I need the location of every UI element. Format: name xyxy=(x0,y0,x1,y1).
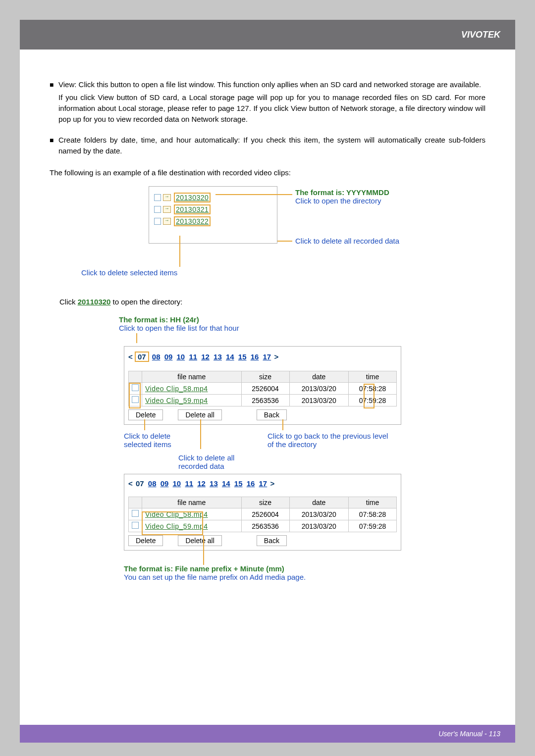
table-row: Video Clip_59.mp4 2563536 2013/03/20 07:… xyxy=(129,395,397,406)
delete-button[interactable]: Delete xyxy=(128,535,163,546)
callout-green: The format is: HH (24r) xyxy=(119,315,199,324)
txt: to open the directory: xyxy=(113,298,183,306)
callout-filename: The format is: File name prefix + Minute… xyxy=(124,564,485,581)
file-buttons: Delete Delete all Back xyxy=(128,409,397,420)
back-button[interactable]: Back xyxy=(257,409,287,420)
nav-right[interactable]: > xyxy=(270,479,274,488)
th-time: time xyxy=(348,371,396,383)
hour-nav: < 07 08 09 10 11 12 13 14 15 16 17 > xyxy=(128,352,397,362)
connector xyxy=(136,333,137,343)
hour-current: 07 xyxy=(136,479,144,488)
callout-green: The format is: File name prefix + Minute… xyxy=(124,564,284,573)
hour-link[interactable]: 14 xyxy=(222,479,230,488)
callout-blue: You can set up the file name prefix on A… xyxy=(124,573,306,581)
file-time: 07:59:28 xyxy=(348,520,396,532)
th-date: date xyxy=(289,371,348,383)
checkbox[interactable] xyxy=(132,384,139,391)
nav-left[interactable]: < xyxy=(128,353,133,361)
example-intro: The following is an example of a file de… xyxy=(50,167,485,178)
bullet-view-details: If you click View button of SD card, a L… xyxy=(58,92,485,125)
hour-link[interactable]: 09 xyxy=(160,479,169,488)
hour-link[interactable]: 12 xyxy=(197,479,206,488)
th-check xyxy=(129,497,142,508)
hour-link[interactable]: 11 xyxy=(185,479,193,488)
folder-row: 20130321 xyxy=(154,204,272,214)
th-check xyxy=(129,371,142,383)
table-row: Video Clip_58.mp4 2526004 2013/03/20 07:… xyxy=(129,508,397,520)
th-size: size xyxy=(241,371,289,383)
hour-link[interactable]: 16 xyxy=(247,479,255,488)
file-time: 07:58:28 xyxy=(348,508,396,520)
date-link[interactable]: 20110320 xyxy=(78,298,111,306)
checkbox[interactable] xyxy=(154,218,161,225)
hour-link[interactable]: 09 xyxy=(164,353,173,361)
file-date: 2013/03/20 xyxy=(289,395,348,406)
hour-link[interactable]: 15 xyxy=(238,353,247,361)
hour-link[interactable]: 10 xyxy=(173,479,181,488)
delete-all-button[interactable]: Delete all xyxy=(178,409,221,420)
checkbox[interactable] xyxy=(132,522,139,529)
bullet-icon: ■ xyxy=(50,135,58,156)
hour-link[interactable]: 11 xyxy=(189,353,197,361)
hour-link[interactable]: 13 xyxy=(210,479,218,488)
nav-left[interactable]: < xyxy=(128,479,133,488)
folder-icon xyxy=(163,194,171,201)
delete-button[interactable]: Delete xyxy=(128,409,163,420)
folder-example: 20130320 20130321 20130322 The format is… xyxy=(149,186,485,265)
file-size: 2526004 xyxy=(241,383,289,395)
hour-link[interactable]: 17 xyxy=(259,479,268,488)
th-date: date xyxy=(289,497,348,508)
file-panel-wrap2: < 07 08 09 10 11 12 13 14 15 16 17 > xyxy=(124,474,485,551)
callout-green: The format is: YYYYMMDD xyxy=(295,188,389,197)
checkbox[interactable] xyxy=(154,194,161,201)
callout-delete-all: Click to delete all recorded data xyxy=(178,454,258,470)
callout-row: Click to delete selected items Click to … xyxy=(124,427,485,474)
folder-link[interactable]: 20130320 xyxy=(174,193,211,202)
th-time: time xyxy=(348,497,396,508)
file-time: 07:59:28 xyxy=(348,395,396,406)
th-fname: file name xyxy=(142,371,242,383)
checkbox[interactable] xyxy=(132,396,139,403)
hour-link[interactable]: 15 xyxy=(234,479,243,488)
file-buttons: Delete Delete all Back xyxy=(128,535,397,546)
file-panel: < 07 08 09 10 11 12 13 14 15 16 17 > xyxy=(124,346,401,425)
manual-page: VIVOTEK ■ View: Click this button to ope… xyxy=(20,20,515,743)
nav-right[interactable]: > xyxy=(274,353,278,361)
hour-link[interactable]: 10 xyxy=(177,353,185,361)
callout-hh: The format is: HH (24r) Click to open th… xyxy=(119,315,485,332)
folder-link[interactable]: 20130321 xyxy=(174,204,211,214)
hour-link[interactable]: 13 xyxy=(214,353,222,361)
folder-link[interactable]: 20130322 xyxy=(174,216,211,226)
brand: VIVOTEK xyxy=(461,30,500,40)
delete-all-button[interactable]: Delete all xyxy=(178,535,221,546)
hour-link[interactable]: 12 xyxy=(201,353,210,361)
file-link[interactable]: Video Clip_59.mp4 xyxy=(142,520,242,532)
th-size: size xyxy=(241,497,289,508)
bullet-view: ■ View: Click this button to open a file… xyxy=(50,79,485,90)
file-size: 2563536 xyxy=(241,395,289,406)
footer-text: User's Manual - 113 xyxy=(438,730,500,738)
callout-delete-sel: Click to delete selected items xyxy=(81,268,485,277)
file-link[interactable]: Video Clip_59.mp4 xyxy=(142,395,242,406)
checkbox[interactable] xyxy=(132,510,139,517)
hour-link[interactable]: 16 xyxy=(251,353,259,361)
folder-icon xyxy=(163,218,171,225)
back-button[interactable]: Back xyxy=(257,535,287,546)
file-link[interactable]: Video Clip_58.mp4 xyxy=(142,383,242,395)
hour-link[interactable]: 17 xyxy=(263,353,271,361)
content: ■ View: Click this button to open a file… xyxy=(20,50,515,591)
file-link[interactable]: Video Clip_58.mp4 xyxy=(142,508,242,520)
folder-icon xyxy=(163,206,171,213)
checkbox[interactable] xyxy=(154,206,161,213)
file-panel-wrap1: < 07 08 09 10 11 12 13 14 15 16 17 > xyxy=(124,346,485,425)
hour-link[interactable]: 14 xyxy=(226,353,234,361)
hour-nav: < 07 08 09 10 11 12 13 14 15 16 17 > xyxy=(128,479,397,488)
file-time: 07:58:28 xyxy=(348,383,396,395)
hour-link[interactable]: 08 xyxy=(152,353,160,361)
th-fname: file name xyxy=(142,497,242,508)
header: VIVOTEK xyxy=(20,20,515,50)
txt: Click xyxy=(59,298,78,306)
file-size: 2526004 xyxy=(241,508,289,520)
callout-blue: Click to open the file list for that hou… xyxy=(119,324,239,332)
hour-link[interactable]: 08 xyxy=(148,479,157,488)
